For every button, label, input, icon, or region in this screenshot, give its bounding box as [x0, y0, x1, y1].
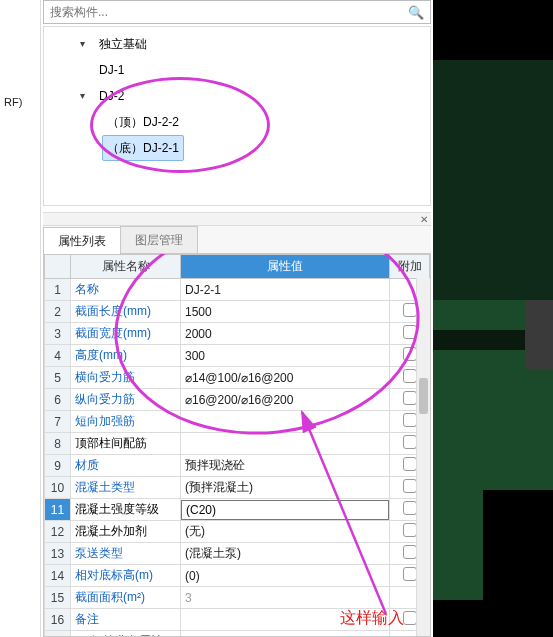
prop-value-input[interactable] — [181, 500, 389, 520]
table-row[interactable]: 6纵向受力筋⌀16@200/⌀16@200 — [45, 389, 430, 411]
row-number: 13 — [45, 543, 71, 565]
prop-name-cell: 混凝土强度等级 — [71, 499, 181, 521]
table-row[interactable]: 11混凝土强度等级 — [45, 499, 430, 521]
table-row[interactable]: 10混凝土类型(预拌混凝土) — [45, 477, 430, 499]
table-row[interactable]: 15截面面积(m²)3 — [45, 587, 430, 609]
prop-name-cell: 截面面积(m²) — [71, 587, 181, 609]
prop-name-cell: 名称 — [71, 279, 181, 301]
table-row[interactable]: 3截面宽度(mm)2000 — [45, 323, 430, 345]
table-row[interactable]: 1名称DJ-2-1 — [45, 279, 430, 301]
prop-value-cell[interactable]: (0) — [181, 565, 390, 587]
row-number: 12 — [45, 521, 71, 543]
append-checkbox[interactable] — [403, 347, 417, 361]
prop-value-cell[interactable] — [181, 631, 390, 638]
property-grid[interactable]: 属性名称 属性值 附加 1名称DJ-2-12截面长度(mm)15003截面宽度(… — [44, 254, 430, 637]
prop-name-cell: 相对底标高(m) — [71, 565, 181, 587]
table-row[interactable]: 14相对底标高(m)(0) — [45, 565, 430, 587]
append-checkbox[interactable] — [403, 369, 417, 383]
prop-value-cell[interactable] — [181, 433, 390, 455]
row-number: 1 — [45, 279, 71, 301]
append-checkbox[interactable] — [403, 391, 417, 405]
prop-name-label: 备注 — [75, 612, 99, 626]
append-checkbox[interactable] — [403, 303, 417, 317]
caret-down-icon: ▾ — [80, 85, 90, 107]
prop-value-cell[interactable]: (无) — [181, 521, 390, 543]
prop-name-cell: 备注 — [71, 609, 181, 631]
prop-name-label: 纵向受力筋 — [75, 392, 135, 406]
prop-value-cell[interactable] — [181, 411, 390, 433]
prop-name-label: 高度(mm) — [75, 348, 127, 362]
append-checkbox[interactable] — [403, 611, 417, 625]
row-number: 2 — [45, 301, 71, 323]
prop-name-cell: 短向加强筋 — [71, 411, 181, 433]
row-number: 10 — [45, 477, 71, 499]
prop-name-cell: 材质 — [71, 455, 181, 477]
prop-value-cell[interactable] — [181, 499, 390, 521]
row-number: 5 — [45, 367, 71, 389]
prop-name-cell: 泵送类型 — [71, 543, 181, 565]
row-number: 8 — [45, 433, 71, 455]
table-row[interactable]: 4高度(mm)300 — [45, 345, 430, 367]
prop-name-label: 相对底标高(m) — [75, 568, 153, 582]
prop-value-cell[interactable]: (预拌混凝土) — [181, 477, 390, 499]
append-checkbox[interactable] — [403, 457, 417, 471]
table-row[interactable]: 7短向加强筋 — [45, 411, 430, 433]
row-number: 6 — [45, 389, 71, 411]
3d-viewport[interactable] — [433, 0, 553, 637]
vertical-scrollbar[interactable] — [416, 278, 430, 636]
panel-splitter[interactable]: ✕ — [43, 212, 431, 226]
prop-name-label: 混凝土类型 — [75, 480, 135, 494]
append-checkbox[interactable] — [403, 479, 417, 493]
tree-root-label[interactable]: 独立基础 — [94, 31, 152, 57]
append-checkbox[interactable] — [403, 567, 417, 581]
tree-item-dj1[interactable]: DJ-1 — [94, 57, 129, 83]
tab-layers[interactable]: 图层管理 — [120, 226, 198, 253]
table-row[interactable]: 16备注 — [45, 609, 430, 631]
prop-value-cell[interactable] — [181, 609, 390, 631]
row-number: 15 — [45, 587, 71, 609]
table-row[interactable]: 2截面长度(mm)1500 — [45, 301, 430, 323]
component-search-box[interactable]: 🔍 — [43, 0, 431, 24]
prop-name-cell: 截面长度(mm) — [71, 301, 181, 323]
row-number: 9 — [45, 455, 71, 477]
row-number: 17 — [45, 631, 71, 638]
prop-name-label: 顶部柱间配筋 — [75, 436, 147, 450]
prop-name-label: 截面长度(mm) — [75, 304, 151, 318]
prop-value-cell[interactable]: ⌀16@200/⌀16@200 — [181, 389, 390, 411]
prop-value-cell[interactable]: (混凝土泵) — [181, 543, 390, 565]
table-row[interactable]: 9材质预拌现浇砼 — [45, 455, 430, 477]
component-tree[interactable]: ▾独立基础 DJ-1 ▾DJ-2 （顶）DJ-2-2 （底）DJ-2-1 — [44, 31, 430, 161]
prop-value-cell[interactable]: 1500 — [181, 301, 390, 323]
table-row[interactable]: 8顶部柱间配筋 — [45, 433, 430, 455]
search-icon: 🔍 — [408, 5, 424, 20]
append-checkbox[interactable] — [403, 413, 417, 427]
table-row[interactable]: 13泵送类型(混凝土泵) — [45, 543, 430, 565]
table-row[interactable]: 5横向受力筋⌀14@100/⌀16@200 — [45, 367, 430, 389]
left-fragment-label: RF) — [4, 96, 36, 108]
tree-item-dj2-top[interactable]: （顶）DJ-2-2 — [102, 109, 184, 135]
header-rownum — [45, 255, 71, 279]
tree-item-dj2-bottom[interactable]: （底）DJ-2-1 — [102, 135, 184, 161]
header-prop-name: 属性名称 — [71, 255, 181, 279]
prop-value-cell[interactable]: DJ-2-1 — [181, 279, 390, 301]
table-row[interactable]: 12混凝土外加剂(无) — [45, 521, 430, 543]
append-checkbox[interactable] — [403, 435, 417, 449]
tree-item-dj2[interactable]: DJ-2 — [94, 83, 129, 109]
prop-value-cell[interactable]: 300 — [181, 345, 390, 367]
prop-name-label: 泵送类型 — [75, 546, 123, 560]
prop-name-cell: 顶部柱间配筋 — [71, 433, 181, 455]
row-number: 7 — [45, 411, 71, 433]
append-checkbox[interactable] — [403, 523, 417, 537]
tab-properties[interactable]: 属性列表 — [43, 227, 121, 254]
prop-value-cell[interactable]: ⌀14@100/⌀16@200 — [181, 367, 390, 389]
table-row[interactable]: 17+钢筋业务属性 — [45, 631, 430, 638]
prop-value-cell[interactable]: 预拌现浇砼 — [181, 455, 390, 477]
append-checkbox[interactable] — [403, 545, 417, 559]
prop-name-label: 短向加强筋 — [75, 414, 135, 428]
prop-value-cell[interactable]: 3 — [181, 587, 390, 609]
append-checkbox[interactable] — [403, 501, 417, 515]
search-input[interactable] — [50, 5, 402, 19]
append-checkbox[interactable] — [403, 325, 417, 339]
close-icon[interactable]: ✕ — [417, 214, 431, 225]
prop-value-cell[interactable]: 2000 — [181, 323, 390, 345]
